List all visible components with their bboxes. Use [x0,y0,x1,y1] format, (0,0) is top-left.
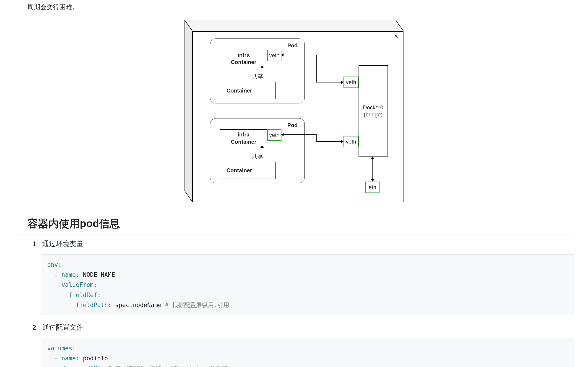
veth-pod2: veth [267,129,281,141]
pod-label-2: Pod [287,121,298,129]
container-2: Container [220,162,276,179]
veth-pod1: veth [267,50,281,61]
code-key: volumes: [47,345,76,352]
conn-pod1-v [316,55,317,83]
conn-pod1-h1 [284,55,317,55]
box-3d-side-edge [184,20,192,202]
pod-box-2: Pod infra Container veth 共享 Container [210,118,305,183]
list-item-1: 通过环境变量 [40,239,574,249]
cursor-icon: ↖ [395,33,398,40]
pod-network-diagram: ↖ Pod infra Container veth 共享 Container … [184,20,404,202]
pod-box-1: Pod infra Container veth 共享 Container [210,39,305,103]
code-key: downwardAPI: [61,365,104,367]
code-key: env: [47,261,61,268]
share-label-1: 共享 [252,72,263,81]
intro-text: 周期会变得困难。 [14,2,574,12]
conn-pod2-h1 [284,134,317,135]
infra-container-2: infra Container [220,129,267,147]
veth-bridge-1: veth [344,76,359,88]
arrow-eth-up-head [371,157,374,159]
code-value: spec.nodeName [112,302,162,309]
code-block-env: env: - name: NODE_NAME valueFrom: fieldR… [41,254,574,315]
arrow-share-1 [262,67,262,82]
arrow-eth-down-head [371,179,374,182]
arrow-share-2-head [260,145,264,148]
eth-box: eth [365,182,380,193]
conn-eth [372,159,373,179]
code-comment: # 使用该API，支持pod和container的信息 [104,365,228,367]
arrow-pod1-veth-head [281,53,284,57]
box-3d-top-edge [184,20,404,31]
code-value: podinfo [79,355,108,362]
share-label-2: 共享 [252,152,263,160]
arrow-bridge1-head [341,81,344,84]
arrow-share-1-head [260,66,264,68]
section-heading: 容器内使用pod信息 [14,216,574,234]
svg-marker-0 [184,20,404,31]
arrow-pod2-veth-head [281,133,284,136]
diagram-container: ↖ Pod infra Container veth 共享 Container … [14,20,574,202]
code-key: valueFrom: [61,281,97,288]
conn-pod2-h2 [316,141,341,142]
arrow-bridge2-head [341,140,344,143]
code-key: - name: [54,271,79,278]
svg-marker-1 [184,20,192,202]
code-key: - name: [54,355,79,362]
docker0-bridge: Docker0 (bridge) [359,65,388,157]
arrow-share-2 [262,147,262,162]
conn-pod1-h2 [316,82,341,83]
container-1: Container [220,82,276,99]
code-key: fieldRef: [69,292,101,298]
veth-bridge-2: veth [344,136,359,147]
code-comment: # 根据配置层级用.引用 [162,302,229,309]
code-value: NODE_NAME [79,271,115,278]
infra-container-1: infra Container [220,50,267,67]
conn-pod2-v [316,134,317,142]
list-item-2: 通过配置文件 [40,322,574,332]
node-box: ↖ Pod infra Container veth 共享 Container … [192,31,404,202]
code-block-volumes: volumes: - name: podinfo downwardAPI: # … [41,338,574,367]
code-key: fieldPath: [76,302,112,309]
pod-label-1: Pod [287,42,298,50]
